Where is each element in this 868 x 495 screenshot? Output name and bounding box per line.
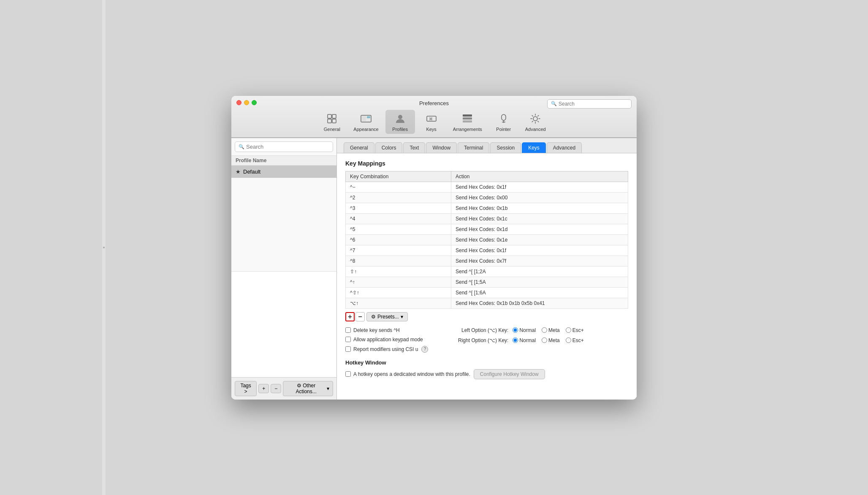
toolbar-item-appearance[interactable]: Appearance [348, 110, 383, 134]
key-cell: ⌥↑ [346, 298, 451, 308]
left-esc-label: Esc+ [572, 327, 584, 333]
sidebar-search-area: 🔍 [231, 138, 336, 156]
tab-general[interactable]: General [344, 142, 374, 153]
presets-button[interactable]: ⚙ Presets... ▾ [366, 312, 408, 321]
left-normal-label: Normal [519, 327, 536, 333]
tags-button[interactable]: Tags > [235, 381, 257, 396]
left-esc-option[interactable]: Esc+ [566, 327, 584, 333]
table-row[interactable]: ⌥↑Send Hex Codes: 0x1b 0x1b 0x5b 0x41 [346, 298, 628, 308]
configure-hotkey-button[interactable]: Configure Hotkey Window [474, 369, 545, 379]
key-mappings-title: Key Mappings [345, 160, 628, 167]
toolbar-item-profiles[interactable]: Profiles [385, 110, 415, 134]
other-actions-label: ⚙ Other Actions... [287, 383, 326, 394]
checkbox-group: Delete key sends ^H Allow application ke… [345, 327, 428, 353]
table-row[interactable]: ⇧↑Send ^[ [1;2A [346, 266, 628, 277]
report-csi-option[interactable]: Report modifiers using CSI u ? [345, 346, 428, 353]
right-esc-radio[interactable] [566, 337, 571, 343]
svg-point-16 [533, 117, 537, 121]
maximize-button[interactable] [252, 100, 257, 105]
right-meta-option[interactable]: Meta [542, 337, 560, 343]
tab-terminal[interactable]: Terminal [458, 142, 489, 153]
advanced-icon [529, 112, 542, 125]
table-row[interactable]: ^5Send Hex Codes: 0x1d [346, 224, 628, 234]
action-cell: Send ^[ [1;6A [451, 287, 628, 298]
remove-profile-button[interactable]: − [271, 384, 281, 393]
hotkey-section: Hotkey Window A hotkey opens a dedicated… [345, 359, 628, 379]
left-meta-label: Meta [548, 327, 560, 333]
table-row[interactable]: ^↑Send ^[ [1;5A [346, 277, 628, 287]
action-cell: Send ^[ [1;2A [451, 266, 628, 277]
hotkey-checkbox-item[interactable]: A hotkey opens a dedicated window with t… [345, 371, 470, 377]
other-actions-button[interactable]: ⚙ Other Actions... ▾ [283, 381, 333, 396]
left-normal-radio[interactable] [513, 327, 518, 333]
right-esc-option[interactable]: Esc+ [566, 337, 584, 343]
hotkey-window-title: Hotkey Window [345, 359, 628, 366]
table-row[interactable]: ^−Send Hex Codes: 0x1f [346, 182, 628, 192]
svg-rect-13 [502, 114, 506, 120]
action-cell: Send Hex Codes: 0x7f [451, 256, 628, 266]
left-meta-radio[interactable] [542, 327, 547, 333]
sidebar-search-box[interactable]: 🔍 [235, 141, 333, 152]
right-normal-option[interactable]: Normal [513, 337, 536, 343]
profile-list-header: Profile Name [231, 156, 336, 166]
tab-keys[interactable]: Keys [522, 142, 546, 153]
presets-label: Presets... [377, 314, 399, 320]
delete-key-option[interactable]: Delete key sends ^H [345, 327, 428, 333]
delete-key-label: Delete key sends ^H [353, 327, 400, 333]
sidebar-search-icon: 🔍 [239, 144, 244, 150]
delete-key-checkbox[interactable] [345, 327, 351, 333]
table-row[interactable]: ^8Send Hex Codes: 0x7f [346, 256, 628, 266]
profile-item-default[interactable]: ★ Default [231, 166, 336, 178]
add-profile-button[interactable]: + [258, 384, 269, 393]
table-row[interactable]: ^⇧↑Send ^[ [1;6A [346, 287, 628, 298]
action-cell: Send Hex Codes: 0x00 [451, 192, 628, 203]
toolbar-label-general: General [324, 127, 340, 132]
table-row[interactable]: ^3Send Hex Codes: 0x1b [346, 203, 628, 213]
right-meta-radio[interactable] [542, 337, 547, 343]
tab-advanced[interactable]: Advanced [547, 142, 582, 153]
keypad-mode-label: Allow application keypad mode [353, 337, 423, 343]
left-option-label: Left Option (⌥) Key: [445, 327, 508, 333]
svg-text:⌘: ⌘ [429, 117, 433, 121]
toolbar-item-advanced[interactable]: Advanced [520, 110, 551, 134]
report-csi-checkbox[interactable] [345, 346, 351, 352]
table-row[interactable]: ^2Send Hex Codes: 0x00 [346, 192, 628, 203]
add-key-button[interactable]: + [345, 312, 355, 321]
titlebar-search[interactable]: 🔍 [547, 99, 632, 109]
minimize-button[interactable] [244, 100, 249, 105]
action-cell: Send Hex Codes: 0x1f [451, 245, 628, 256]
keypad-mode-option[interactable]: Allow application keypad mode [345, 337, 428, 343]
svg-rect-3 [332, 119, 336, 123]
close-button[interactable] [236, 100, 241, 105]
svg-point-7 [398, 115, 402, 119]
toolbar-item-keys[interactable]: ⌘ Keys [417, 110, 446, 134]
left-normal-option[interactable]: Normal [513, 327, 536, 333]
tab-text[interactable]: Text [403, 142, 425, 153]
search-input[interactable] [559, 101, 628, 107]
left-esc-radio[interactable] [566, 327, 571, 333]
sidebar-search-input[interactable] [246, 144, 329, 150]
table-row[interactable]: ^4Send Hex Codes: 0x1c [346, 213, 628, 224]
tab-colors[interactable]: Colors [375, 142, 403, 153]
right-option-row: Right Option (⌥) Key: Normal Meta [445, 337, 587, 343]
table-row[interactable]: ^6Send Hex Codes: 0x1e [346, 234, 628, 245]
key-cell: ^↑ [346, 277, 451, 287]
keypad-mode-checkbox[interactable] [345, 337, 351, 342]
remove-key-button[interactable]: − [355, 312, 365, 321]
action-cell: Send ^[ [1;5A [451, 277, 628, 287]
toolbar-item-arrangements[interactable]: Arrangements [448, 110, 487, 134]
search-box[interactable]: 🔍 [547, 99, 632, 109]
tab-window[interactable]: Window [426, 142, 457, 153]
help-icon[interactable]: ? [421, 346, 428, 353]
col-key-header: Key Combination [346, 171, 451, 182]
svg-rect-0 [328, 114, 331, 118]
tab-session[interactable]: Session [490, 142, 521, 153]
left-meta-option[interactable]: Meta [542, 327, 560, 333]
key-cell: ^7 [346, 245, 451, 256]
hotkey-checkbox[interactable] [345, 371, 351, 377]
right-normal-label: Normal [519, 337, 536, 343]
table-row[interactable]: ^7Send Hex Codes: 0x1f [346, 245, 628, 256]
toolbar-item-pointer[interactable]: Pointer [489, 110, 518, 134]
toolbar-item-general[interactable]: General [317, 110, 347, 134]
right-normal-radio[interactable] [513, 337, 518, 343]
